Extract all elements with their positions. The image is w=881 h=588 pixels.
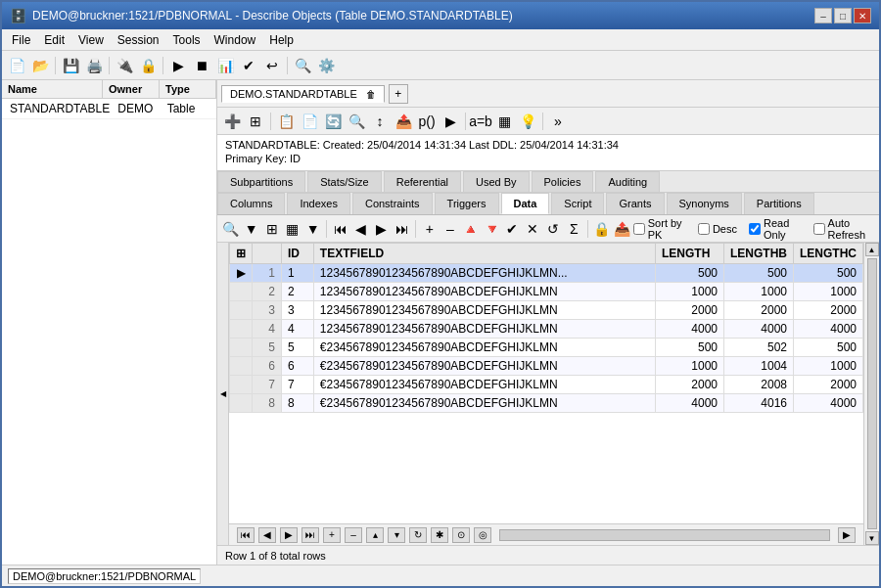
maximize-button[interactable]: □	[834, 8, 852, 23]
obj-more-btn[interactable]: »	[547, 111, 569, 132]
obj-export-btn[interactable]: 📤	[393, 111, 414, 132]
filter-btn[interactable]: 🔍	[221, 218, 240, 240]
tab-grants[interactable]: Grants	[606, 193, 664, 214]
menu-session[interactable]: Session	[112, 31, 165, 49]
auto-refresh-checkbox[interactable]	[813, 223, 825, 235]
table-row[interactable]: 66€2345678901234567890ABCDEFGHIJKLMN1000…	[230, 357, 863, 376]
nav-lock-btn[interactable]: ⊙	[452, 527, 470, 543]
cell-id[interactable]: 5	[282, 339, 314, 357]
col-header-length[interactable]: LENGTH	[656, 244, 724, 264]
save-button[interactable]: 💾	[60, 55, 81, 76]
connect-button[interactable]: 🔌	[114, 55, 135, 76]
cell-lengthc[interactable]: 500	[794, 339, 863, 357]
nav-del-btn[interactable]: –	[345, 527, 362, 543]
tab-data[interactable]: Data	[501, 193, 550, 214]
obj-grid2-btn[interactable]: ▦	[493, 111, 515, 132]
tab-used-by[interactable]: Used By	[463, 171, 530, 192]
cancel-btn[interactable]: ✕	[524, 218, 542, 240]
obj-filter-btn[interactable]: 🔍	[346, 111, 367, 132]
nav-next-btn-2[interactable]: ▶	[280, 527, 298, 543]
nav-up-btn[interactable]: ▴	[366, 527, 384, 543]
rollback-button[interactable]: ↩	[261, 55, 283, 76]
cell-length[interactable]: 1000	[656, 283, 724, 301]
cell-textfield[interactable]: 12345678901234567890ABCDEFGHIJKLMN	[313, 320, 655, 339]
cell-length[interactable]: 2000	[656, 376, 724, 394]
add-tab-button[interactable]: +	[389, 84, 408, 104]
cell-textfield[interactable]: 12345678901234567890ABCDEFGHIJKLMN	[313, 301, 655, 320]
tab-columns[interactable]: Columns	[217, 193, 285, 214]
tab-script[interactable]: Script	[551, 193, 604, 214]
tab-auditing[interactable]: Auditing	[595, 171, 660, 192]
grid-drop-btn[interactable]: ▼	[303, 218, 322, 240]
object-tab-standardtable[interactable]: DEMO.STANDARDTABLE 🗑	[221, 85, 385, 103]
stop-button[interactable]: ⏹	[191, 55, 212, 76]
obj-copy-btn[interactable]: 📋	[275, 111, 297, 132]
disconnect-button[interactable]: 🔒	[137, 55, 159, 76]
tab-referential[interactable]: Referential	[384, 171, 461, 192]
obj-a-btn[interactable]: a=b	[470, 111, 491, 132]
grid-btn[interactable]: ▦	[283, 218, 301, 240]
v-scroll-track[interactable]	[867, 258, 877, 529]
menu-tools[interactable]: Tools	[167, 31, 207, 49]
cell-id[interactable]: 1	[282, 264, 314, 283]
open-button[interactable]: 📂	[29, 55, 51, 76]
cell-id[interactable]: 6	[282, 357, 314, 376]
tab-stats-size[interactable]: Stats/Size	[307, 171, 382, 192]
cell-length[interactable]: 500	[656, 264, 724, 283]
data-table-scroll[interactable]: ⊞ ID TEXTFIELD LENGTH LENGTHB LENGTHC	[229, 243, 863, 523]
nav-first-btn[interactable]: ⏮	[237, 527, 255, 543]
refresh-data-btn[interactable]: ↺	[544, 218, 563, 240]
cell-length[interactable]: 1000	[656, 357, 724, 376]
tab-synonyms[interactable]: Synonyms	[667, 193, 742, 214]
table-row[interactable]: 88€2345678901234567890ABCDEFGHIJKLMN4000…	[230, 394, 863, 413]
export-btn[interactable]: 📤	[613, 218, 631, 240]
col-header-lengthc[interactable]: LENGTHC	[794, 244, 863, 264]
print-button[interactable]: 🖨️	[83, 55, 105, 76]
h-scroll-track[interactable]	[499, 529, 830, 541]
nav-close-btn[interactable]: ◎	[474, 527, 491, 543]
obj-new-btn[interactable]: ➕	[221, 111, 243, 132]
cell-id[interactable]: 7	[282, 376, 314, 394]
cell-id[interactable]: 8	[282, 394, 314, 413]
cell-textfield[interactable]: €2345678901234567890ABCDEFGHIJKLMN	[313, 376, 655, 394]
left-expand-handle[interactable]: ◀	[217, 243, 229, 545]
table-row[interactable]: 3312345678901234567890ABCDEFGHIJKLMN2000…	[230, 301, 863, 320]
cell-textfield[interactable]: €2345678901234567890ABCDEFGHIJKLMN	[313, 357, 655, 376]
read-only-option[interactable]: Read Only	[749, 217, 802, 241]
settings-button[interactable]: ⚙️	[315, 55, 337, 76]
cell-id[interactable]: 3	[282, 301, 314, 320]
tab-triggers[interactable]: Triggers	[435, 193, 499, 214]
cell-lengthc[interactable]: 1000	[794, 357, 863, 376]
tab-subpartitions[interactable]: Subpartitions	[217, 171, 305, 192]
new-button[interactable]: 📄	[6, 55, 27, 76]
obj-sort-btn[interactable]: ↕	[369, 111, 391, 132]
up-btn[interactable]: 🔺	[461, 218, 480, 240]
confirm-btn[interactable]: ✔	[503, 218, 522, 240]
cell-lengthb[interactable]: 2000	[724, 301, 794, 320]
tab-constraints[interactable]: Constraints	[352, 193, 433, 214]
table-row[interactable]: 4412345678901234567890ABCDEFGHIJKLMN4000…	[230, 320, 863, 339]
menu-file[interactable]: File	[6, 31, 36, 49]
down-btn[interactable]: 🔻	[482, 218, 500, 240]
cell-length[interactable]: 500	[656, 339, 724, 357]
cell-lengthc[interactable]: 4000	[794, 320, 863, 339]
cell-lengthc[interactable]: 1000	[794, 283, 863, 301]
cell-id[interactable]: 2	[282, 283, 314, 301]
read-only-checkbox[interactable]	[749, 223, 761, 235]
cell-lengthb[interactable]: 2008	[724, 376, 794, 394]
v-scroll-down[interactable]: ▼	[865, 531, 879, 545]
menu-view[interactable]: View	[72, 31, 110, 49]
delete-row-btn[interactable]: –	[440, 218, 459, 240]
v-scroll-up[interactable]: ▲	[865, 243, 879, 256]
cell-textfield[interactable]: €2345678901234567890ABCDEFGHIJKLMN	[313, 394, 655, 413]
cell-lengthc[interactable]: 2000	[794, 376, 863, 394]
cell-lengthb[interactable]: 1004	[724, 357, 794, 376]
desc-checkbox[interactable]	[698, 223, 710, 235]
table-row[interactable]: ▶1112345678901234567890ABCDEFGHIJKLMN...…	[230, 264, 863, 283]
tab-policies[interactable]: Policies	[532, 171, 594, 192]
add-row-btn[interactable]: +	[420, 218, 439, 240]
menu-help[interactable]: Help	[263, 31, 300, 49]
close-button[interactable]: ✕	[854, 8, 871, 23]
cell-textfield[interactable]: 12345678901234567890ABCDEFGHIJKLMN...	[313, 264, 655, 283]
col-header-lengthb[interactable]: LENGTHB	[724, 244, 794, 264]
